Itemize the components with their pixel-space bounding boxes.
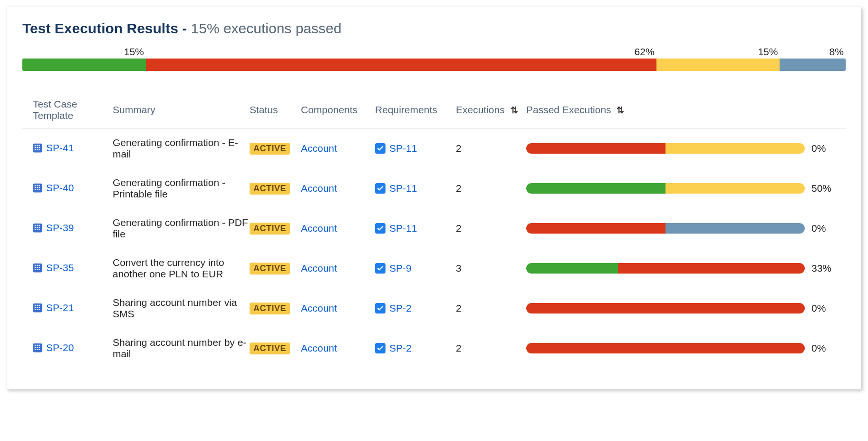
checkbox-icon xyxy=(375,343,386,353)
svg-rect-9 xyxy=(39,149,40,150)
bar-segment xyxy=(526,223,665,234)
svg-rect-8 xyxy=(37,149,38,150)
col-header-passed[interactable]: Passed Executions ⇅ xyxy=(526,104,846,116)
svg-rect-18 xyxy=(37,189,38,190)
component-link[interactable]: Account xyxy=(301,343,337,353)
test-case-link[interactable]: SP-39 xyxy=(33,222,74,234)
svg-rect-2 xyxy=(37,145,38,146)
summary-cell: Sharing account number via SMS xyxy=(113,297,250,320)
component-link[interactable]: Account xyxy=(301,143,337,154)
passed-pct-cell: 33% xyxy=(811,263,846,274)
requirement-link[interactable]: SP-11 xyxy=(375,143,417,154)
passed-pct-cell: 0% xyxy=(811,303,846,314)
table-row: SP-35Convert the currency into another o… xyxy=(22,248,846,288)
svg-rect-46 xyxy=(39,307,40,308)
requirement-link[interactable]: SP-2 xyxy=(375,303,412,314)
svg-rect-54 xyxy=(35,347,36,348)
svg-rect-1 xyxy=(35,145,36,146)
svg-rect-55 xyxy=(37,347,38,348)
svg-rect-32 xyxy=(37,265,38,266)
overall-segment-label: 8% xyxy=(780,46,846,59)
svg-rect-15 xyxy=(37,187,38,188)
overall-progress: 15%62%15%8% xyxy=(22,46,846,71)
checkbox-icon xyxy=(375,143,386,154)
svg-rect-47 xyxy=(35,309,36,310)
overall-progress-bar xyxy=(22,59,846,71)
bar-segment xyxy=(526,343,805,353)
requirement-link[interactable]: SP-2 xyxy=(375,343,412,354)
overall-segment-label: 62% xyxy=(146,46,656,59)
test-case-id: SP-41 xyxy=(46,142,74,154)
test-case-icon xyxy=(33,263,42,273)
svg-rect-12 xyxy=(37,185,38,186)
svg-rect-14 xyxy=(35,187,36,188)
sort-icon[interactable]: ⇅ xyxy=(511,105,518,116)
test-case-icon xyxy=(33,223,42,233)
passed-executions-bar xyxy=(526,143,805,154)
test-case-link[interactable]: SP-41 xyxy=(33,142,74,154)
summary-cell: Generating confirmation - Printable file xyxy=(113,177,250,200)
requirement-link[interactable]: SP-9 xyxy=(375,263,412,274)
test-case-link[interactable]: SP-21 xyxy=(33,302,74,314)
page-title-main: Test Execution Results xyxy=(22,20,178,36)
bar-segment xyxy=(665,223,805,234)
sort-icon[interactable]: ⇅ xyxy=(617,105,624,116)
requirement-link[interactable]: SP-11 xyxy=(375,183,417,194)
svg-rect-34 xyxy=(35,267,36,268)
passed-executions-bar xyxy=(526,263,805,274)
summary-cell: Sharing account number by e-mail xyxy=(113,337,250,360)
passed-pct-cell: 0% xyxy=(811,223,846,234)
component-link[interactable]: Account xyxy=(301,183,337,194)
svg-rect-7 xyxy=(35,149,36,150)
checkbox-icon xyxy=(375,183,386,194)
col-header-status[interactable]: Status xyxy=(250,104,301,116)
svg-rect-31 xyxy=(35,265,36,266)
table-row: SP-40Generating confirmation - Printable… xyxy=(22,168,846,208)
passed-pct-cell: 0% xyxy=(811,343,846,354)
overall-segment-label: 15% xyxy=(656,46,780,59)
test-case-link[interactable]: SP-40 xyxy=(33,182,74,194)
svg-rect-29 xyxy=(39,229,40,230)
svg-rect-43 xyxy=(39,304,40,306)
col-header-summary[interactable]: Summary xyxy=(113,104,250,116)
svg-rect-39 xyxy=(39,269,40,270)
test-case-link[interactable]: SP-35 xyxy=(33,262,74,274)
svg-rect-4 xyxy=(35,147,36,148)
svg-rect-51 xyxy=(35,344,36,346)
svg-rect-17 xyxy=(35,189,36,190)
col-header-template[interactable]: Test Case Template xyxy=(22,98,113,121)
col-header-executions[interactable]: Executions ⇅ xyxy=(456,104,526,116)
bar-segment xyxy=(665,143,805,154)
page-title-sub: 15% executions passed xyxy=(191,20,342,36)
test-case-id: SP-40 xyxy=(46,182,74,194)
requirement-link[interactable]: SP-11 xyxy=(375,223,417,234)
svg-rect-53 xyxy=(39,344,40,346)
results-table: Test Case Template Summary Status Compon… xyxy=(22,95,846,368)
checkbox-icon xyxy=(375,223,386,234)
component-link[interactable]: Account xyxy=(301,223,337,234)
bar-segment xyxy=(526,263,618,274)
svg-rect-16 xyxy=(39,187,40,188)
svg-rect-27 xyxy=(35,229,36,230)
svg-rect-36 xyxy=(39,267,40,268)
svg-rect-42 xyxy=(37,304,38,306)
component-link[interactable]: Account xyxy=(301,303,337,314)
requirement-id: SP-9 xyxy=(389,263,412,274)
summary-cell: Generating confirmation - E-mail xyxy=(113,137,250,160)
requirement-id: SP-11 xyxy=(389,143,417,154)
test-case-link[interactable]: SP-20 xyxy=(33,342,74,353)
status-badge: ACTIVE xyxy=(250,263,290,274)
test-case-icon xyxy=(33,183,42,193)
svg-rect-45 xyxy=(37,307,38,308)
test-case-id: SP-20 xyxy=(46,342,74,353)
col-header-requirements[interactable]: Requirements xyxy=(375,104,456,116)
passed-executions-bar xyxy=(526,343,805,353)
col-header-components[interactable]: Components xyxy=(301,104,375,116)
svg-rect-35 xyxy=(37,267,38,268)
checkbox-icon xyxy=(375,263,386,274)
svg-rect-56 xyxy=(39,347,40,348)
svg-rect-26 xyxy=(39,227,40,228)
table-row: SP-20Sharing account number by e-mailACT… xyxy=(22,328,846,368)
component-link[interactable]: Account xyxy=(301,263,337,274)
svg-rect-25 xyxy=(37,227,38,228)
